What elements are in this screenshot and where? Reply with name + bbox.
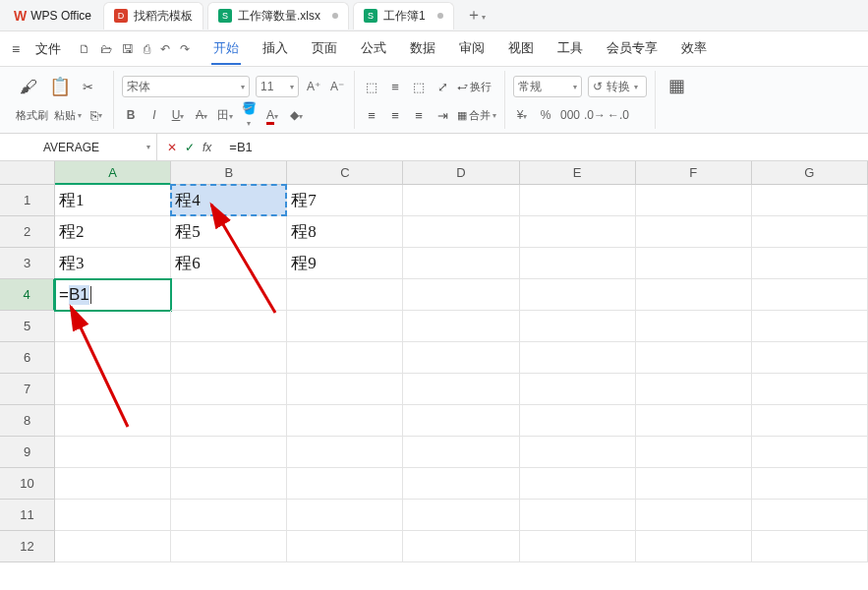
column-header[interactable]: A [55, 161, 171, 185]
cell-D10[interactable] [403, 468, 519, 500]
number-format-select[interactable]: 常规▾ [513, 76, 582, 97]
cell-E12[interactable] [520, 531, 636, 562]
cell-D8[interactable] [403, 405, 519, 437]
tab-start[interactable]: 开始 [211, 33, 241, 65]
cell-G4[interactable] [752, 279, 868, 311]
cell-G8[interactable] [752, 405, 868, 437]
cell-F6[interactable] [636, 342, 752, 374]
paste-label[interactable]: 粘贴▾ [54, 108, 82, 123]
cell-A4[interactable]: =B1 [55, 279, 171, 311]
cell-E6[interactable] [520, 342, 636, 374]
cell-E1[interactable] [520, 185, 636, 216]
open-icon[interactable]: 🗁 [100, 42, 112, 56]
cell-G9[interactable] [752, 437, 868, 468]
cell-A7[interactable] [55, 374, 171, 405]
orientation-icon[interactable]: ⤢ [434, 78, 451, 95]
cell-F10[interactable] [636, 468, 752, 500]
strike-icon[interactable]: A▾ [193, 108, 210, 122]
tab-review[interactable]: 审阅 [457, 33, 487, 65]
underline-icon[interactable]: U▾ [169, 108, 187, 122]
cell-A10[interactable] [55, 468, 171, 500]
cell-E4[interactable] [520, 279, 636, 311]
dec-decimal-icon[interactable]: ←.0 [608, 108, 625, 122]
cell-F4[interactable] [636, 279, 752, 311]
tab-insert[interactable]: 插入 [260, 33, 290, 65]
cell-C5[interactable] [287, 311, 403, 342]
cell-A5[interactable] [55, 311, 171, 342]
tab-formula[interactable]: 公式 [359, 33, 388, 65]
hamburger-icon[interactable]: ≡ [8, 41, 24, 57]
cell-F3[interactable] [636, 248, 752, 279]
tab-efficiency[interactable]: 效率 [679, 33, 709, 65]
convert-button[interactable]: ↺转换▾ [588, 76, 647, 97]
cell-D5[interactable] [403, 311, 519, 342]
cell-C7[interactable] [287, 374, 403, 405]
cell-F9[interactable] [636, 437, 752, 468]
cell-C12[interactable] [287, 531, 403, 562]
align-center-icon[interactable]: ≡ [386, 106, 404, 124]
cell-F11[interactable] [636, 500, 752, 531]
cancel-icon[interactable]: ✕ [167, 141, 177, 154]
tab-page[interactable]: 页面 [310, 33, 339, 65]
cell-F12[interactable] [636, 531, 752, 562]
new-tab-button[interactable]: ＋▾ [456, 5, 495, 26]
cell-F8[interactable] [636, 405, 752, 437]
column-header[interactable]: G [752, 161, 868, 185]
menu-file[interactable]: 文件 [28, 40, 69, 58]
cell-G7[interactable] [752, 374, 868, 405]
cell-D12[interactable] [403, 531, 519, 562]
format-painter-label[interactable]: 格式刷 [16, 108, 48, 123]
row-header[interactable]: 3 [0, 248, 55, 279]
comma-icon[interactable]: 000 [560, 108, 578, 122]
row-header[interactable]: 7 [0, 374, 55, 405]
cell-C8[interactable] [287, 405, 403, 437]
cell-D7[interactable] [403, 374, 519, 405]
cell-A12[interactable] [55, 531, 171, 562]
cell-C2[interactable]: 程8 [287, 216, 403, 248]
cell-D4[interactable] [403, 279, 519, 311]
merge-button[interactable]: ▦合并▾ [457, 108, 496, 123]
new-icon[interactable]: 🗋 [79, 42, 90, 56]
row-header[interactable]: 5 [0, 311, 55, 342]
redo-icon[interactable]: ↷ [180, 42, 190, 56]
select-all-corner[interactable] [0, 161, 55, 185]
cell-A2[interactable]: 程2 [55, 216, 171, 248]
cell-B9[interactable] [171, 437, 287, 468]
font-color-icon[interactable]: A▾ [263, 108, 281, 122]
cut-icon[interactable]: ✂ [79, 78, 96, 95]
cell-E10[interactable] [520, 468, 636, 500]
cell-G1[interactable] [752, 185, 868, 216]
percent-icon[interactable]: % [537, 108, 554, 122]
border-icon[interactable]: 田▾ [216, 107, 234, 124]
copy-icon[interactable]: ⎘▾ [87, 106, 105, 124]
format-painter-icon[interactable]: 🖌 [16, 74, 41, 99]
indent-icon[interactable]: ⇥ [434, 106, 451, 124]
cell-D6[interactable] [403, 342, 519, 374]
save-icon[interactable]: 🖫 [122, 42, 134, 56]
cell-B4[interactable] [171, 279, 287, 311]
cell-C4[interactable] [287, 279, 403, 311]
currency-icon[interactable]: ¥▾ [513, 108, 531, 122]
cells-area[interactable]: 程1程4程7程2程5程8程3程6程9=B1 [55, 185, 868, 590]
bold-icon[interactable]: B [122, 108, 140, 122]
row-header[interactable]: 2 [0, 216, 55, 248]
row-header[interactable]: 11 [0, 500, 55, 531]
cell-B1[interactable]: 程4 [171, 185, 287, 216]
cell-E2[interactable] [520, 216, 636, 248]
cell-F1[interactable] [636, 185, 752, 216]
cell-G10[interactable] [752, 468, 868, 500]
formula-input[interactable]: =B1 [221, 140, 868, 154]
cell-D11[interactable] [403, 500, 519, 531]
row-header[interactable]: 6 [0, 342, 55, 374]
cell-D3[interactable] [403, 248, 519, 279]
cell-E7[interactable] [520, 374, 636, 405]
column-header[interactable]: B [171, 161, 287, 185]
column-header[interactable]: D [403, 161, 519, 185]
wrap-button[interactable]: ⮐换行 [457, 80, 492, 94]
cell-B6[interactable] [171, 342, 287, 374]
highlight-icon[interactable]: ◆▾ [287, 108, 305, 122]
cell-C10[interactable] [287, 468, 403, 500]
font-size-select[interactable]: 11▾ [256, 76, 299, 97]
cell-B5[interactable] [171, 311, 287, 342]
font-shrink-icon[interactable]: A⁻ [328, 80, 346, 93]
